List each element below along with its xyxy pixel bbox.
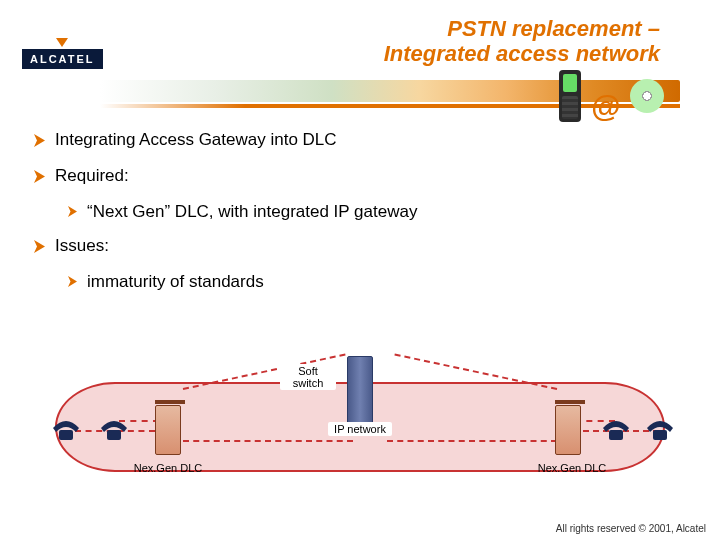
link-left-bot: [183, 440, 353, 442]
disc-icon: [630, 79, 664, 113]
svg-marker-1: [34, 170, 45, 183]
slide-title: PSTN replacement – Integrated access net…: [384, 16, 660, 67]
svg-marker-4: [68, 276, 77, 287]
bullet-3: Issues:: [34, 236, 690, 256]
link-right-bot: [387, 440, 557, 442]
telephone-icon: [601, 418, 631, 442]
svg-marker-2: [68, 206, 77, 217]
network-diagram: Soft switch IP network Nex.Gen DLC Nex.G…: [55, 360, 665, 500]
bullet-2-1-text: “Next Gen” DLC, with integrated IP gatew…: [87, 202, 417, 222]
svg-rect-5: [59, 430, 73, 440]
svg-marker-0: [34, 134, 45, 147]
svg-marker-3: [34, 240, 45, 253]
title-line-2: Integrated access network: [384, 41, 660, 66]
telephone-icon: [99, 418, 129, 442]
bullet-icon: [68, 206, 77, 217]
dlc-left-label: Nex.Gen DLC: [133, 462, 203, 474]
bullet-3-1-text: immaturity of standards: [87, 272, 264, 292]
bullet-icon: [34, 240, 45, 253]
dlc-left-icon: [155, 400, 185, 455]
bullet-2-1: “Next Gen” DLC, with integrated IP gatew…: [68, 202, 690, 222]
bullet-2: Required:: [34, 166, 690, 186]
bullet-3-text: Issues:: [55, 236, 109, 256]
triangle-icon: [56, 38, 68, 47]
soft-switch-label: Soft switch: [280, 364, 336, 390]
content: Integrating Access Gateway into DLC Requ…: [34, 130, 690, 296]
bullet-icon: [34, 134, 45, 147]
dlc-right-label: Nex.Gen DLC: [537, 462, 607, 474]
bullet-2-text: Required:: [55, 166, 129, 186]
bullet-1-text: Integrating Access Gateway into DLC: [55, 130, 337, 150]
svg-rect-8: [609, 430, 623, 440]
header-graphics: @: [559, 70, 664, 122]
bullet-1: Integrating Access Gateway into DLC: [34, 130, 690, 150]
bullet-icon: [68, 276, 77, 287]
header: ALCATEL PSTN replacement – Integrated ac…: [0, 10, 720, 110]
svg-rect-7: [653, 430, 667, 440]
brand-logo: ALCATEL: [22, 38, 103, 69]
title-line-1: PSTN replacement –: [384, 16, 660, 41]
at-sign-icon: @: [591, 92, 620, 122]
bullet-icon: [34, 170, 45, 183]
telephone-icon: [51, 418, 81, 442]
svg-rect-6: [107, 430, 121, 440]
copyright-footer: All rights reserved © 2001, Alcatel: [556, 523, 706, 534]
brand-name: ALCATEL: [22, 49, 103, 69]
slide: ALCATEL PSTN replacement – Integrated ac…: [0, 0, 720, 540]
telephone-icon: [645, 418, 675, 442]
dlc-right-icon: [555, 400, 585, 455]
bullet-3-1: immaturity of standards: [68, 272, 690, 292]
mobile-phone-icon: [559, 70, 581, 122]
ip-network-label: IP network: [328, 422, 392, 436]
